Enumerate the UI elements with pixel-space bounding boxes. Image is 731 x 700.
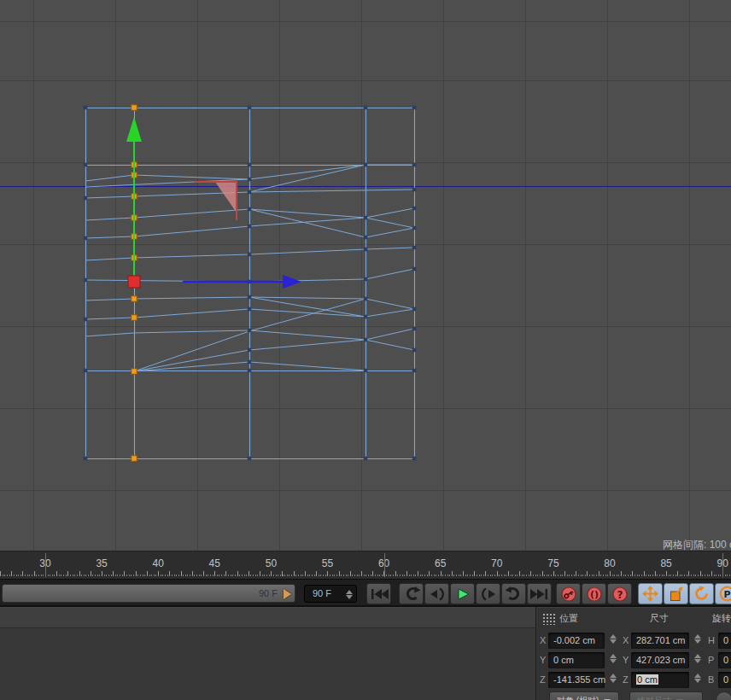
rot-b-field[interactable]: 0 °: [718, 672, 731, 688]
timeline-dope-panel[interactable]: [0, 607, 536, 700]
ruler-frame-number: 50: [266, 557, 277, 569]
pos-z-field[interactable]: -141.355 cm: [548, 672, 605, 688]
end-frame-value: 90 F: [313, 588, 331, 598]
rot-h-label: H: [708, 635, 715, 645]
pos-x-field[interactable]: -0.002 cm: [548, 633, 605, 649]
go-to-end-button[interactable]: [527, 583, 552, 604]
size-z-label: Z: [623, 674, 629, 685]
size-z-spinner[interactable]: [693, 673, 701, 684]
size-x-label: X: [623, 635, 629, 645]
next-key-button[interactable]: [501, 583, 526, 604]
grid-spacing-label: 网格间隔: 100 cm: [663, 538, 731, 551]
move-icon: [642, 586, 658, 602]
pos-y-spinner[interactable]: [609, 653, 617, 664]
size-header[interactable]: 尺寸: [650, 612, 669, 625]
pos-y-field[interactable]: 0 cm: [548, 652, 605, 668]
size-y-field[interactable]: 427.023 cm: [631, 652, 689, 668]
record-keyframe-button[interactable]: [556, 583, 581, 604]
previous-key-button[interactable]: [399, 583, 424, 604]
ruler-frame-number: 80: [604, 557, 615, 569]
timeline-ruler[interactable]: 30354045505560657075808590: [0, 551, 731, 580]
ruler-frame-number: 85: [660, 557, 671, 569]
coordinate-space-dropdown[interactable]: 对象 (相对): [549, 691, 619, 700]
rotate-icon: [693, 586, 710, 602]
ruler-major-guide: [722, 553, 723, 577]
rot-p-label: P: [708, 655, 714, 665]
autokey-parameter-button[interactable]: P: [715, 583, 731, 604]
pos-x-label: X: [540, 635, 546, 645]
previous-frame-icon: [428, 587, 447, 601]
autokey-scale-button[interactable]: [664, 583, 688, 604]
svg-text:?: ?: [617, 588, 623, 600]
ruler-frame-number: 75: [547, 557, 558, 569]
current-frame-marker-icon[interactable]: [284, 589, 291, 599]
powerslider-frame-value: 90 F: [259, 588, 278, 598]
autokey-position-button[interactable]: [638, 583, 663, 604]
next-key-icon: [505, 586, 523, 601]
timeline-panel-header: [0, 607, 535, 628]
play-icon: [454, 587, 471, 601]
go-to-start-button[interactable]: [366, 583, 391, 604]
ruler-frame-number: 40: [153, 557, 164, 569]
pos-x-spinner[interactable]: [609, 633, 617, 645]
panel-grip-icon[interactable]: [542, 613, 556, 625]
parameter-p-icon: P: [719, 586, 731, 602]
svg-text:(): (): [589, 589, 598, 600]
rot-b-label: B: [708, 674, 714, 685]
svg-text:P: P: [723, 589, 730, 600]
end-frame-field[interactable]: 90 F: [304, 585, 357, 603]
position-header: 位置: [559, 612, 578, 625]
animation-toolbar: 90 F 90 F: [0, 580, 731, 607]
z-axis-handle-icon[interactable]: [183, 275, 301, 289]
rot-h-field[interactable]: 0 °: [718, 633, 731, 649]
y-axis-handle-icon[interactable]: [126, 117, 142, 276]
coordinates-manager: 位置 尺寸 旋转 X -0.002 cm X 282.701 cm H 0 ° …: [537, 607, 731, 700]
rotation-header: 旋转: [712, 612, 731, 625]
bottom-panels: 位置 尺寸 旋转 X -0.002 cm X 282.701 cm H 0 ° …: [0, 607, 731, 700]
autokey-rotation-button[interactable]: [689, 583, 714, 604]
next-frame-button[interactable]: [476, 583, 500, 604]
ruler-frame-number: 70: [491, 557, 502, 569]
previous-key-icon: [402, 586, 421, 601]
apply-button[interactable]: [716, 691, 731, 700]
size-x-spinner[interactable]: [693, 633, 701, 645]
ruler-frame-number: 35: [96, 557, 107, 569]
angle-indicator: [195, 182, 237, 220]
ruler-frame-number: 65: [435, 557, 446, 569]
key-icon: [561, 586, 576, 602]
ruler-major-guide: [384, 553, 385, 577]
question-icon: ?: [612, 586, 628, 602]
previous-frame-button[interactable]: [424, 583, 449, 604]
pos-y-label: Y: [540, 655, 546, 665]
rot-p-field[interactable]: 0 °: [718, 652, 731, 668]
scale-icon: [668, 586, 684, 602]
ruler-tick-marks: [0, 571, 731, 576]
pos-z-spinner[interactable]: [609, 673, 617, 684]
cinema4d-window: 网格间隔: 100 cm 30354045505560657075808590 …: [0, 0, 731, 700]
frame-spinner[interactable]: [346, 589, 353, 600]
viewport-front-view[interactable]: 网格间隔: 100 cm: [0, 0, 731, 551]
record-help-button[interactable]: ?: [607, 583, 632, 604]
ruler-frame-number: 45: [209, 557, 220, 569]
ruler-major-guide: [45, 553, 46, 577]
gizmo-overlay: [0, 0, 731, 551]
next-frame-icon: [479, 587, 498, 601]
size-z-field[interactable]: 0 cm: [631, 672, 689, 688]
size-y-label: Y: [623, 655, 629, 665]
ruler-frame-number: 55: [322, 557, 333, 569]
object-origin-handle[interactable]: [128, 276, 140, 288]
size-x-field[interactable]: 282.701 cm: [631, 633, 689, 649]
go-to-start-icon: [369, 587, 389, 601]
record-options-button[interactable]: (): [582, 583, 606, 604]
timeline-powerslider[interactable]: 90 F: [2, 584, 295, 603]
size-y-spinner[interactable]: [693, 653, 701, 664]
play-button[interactable]: [450, 583, 475, 604]
parentheses-icon: (): [587, 586, 602, 602]
pos-z-label: Z: [540, 674, 546, 685]
size-mode-dropdown[interactable]: 绝对尺寸: [629, 691, 703, 700]
selected-text: 0 cm: [636, 674, 658, 685]
go-to-end-icon: [529, 587, 550, 601]
